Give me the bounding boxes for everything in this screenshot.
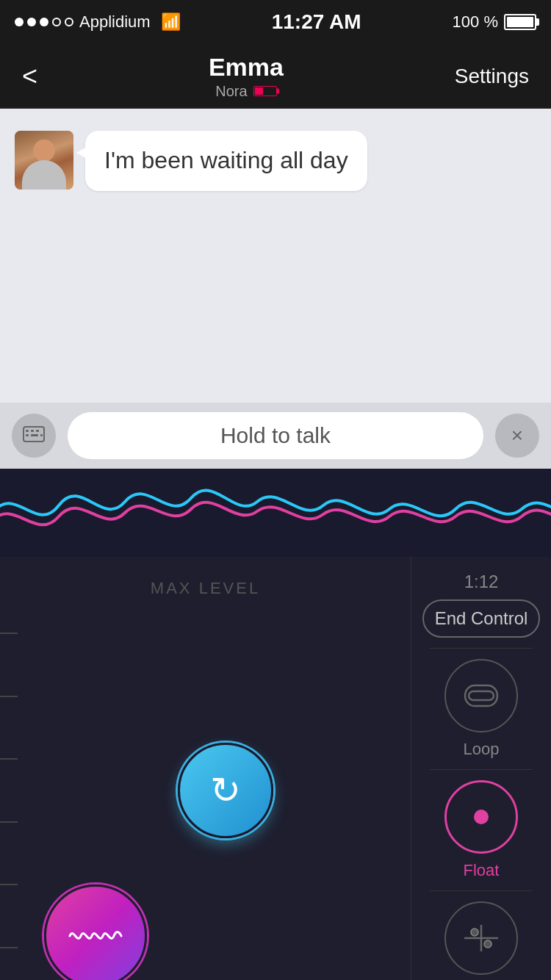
signal-dot-2 bbox=[27, 18, 36, 26]
loop-circle bbox=[444, 659, 518, 732]
svg-rect-1 bbox=[26, 430, 29, 432]
svg-rect-4 bbox=[26, 434, 29, 436]
float-dot bbox=[474, 810, 489, 824]
back-button[interactable]: < bbox=[15, 54, 45, 99]
signal-dot-3 bbox=[40, 18, 48, 26]
level-line-3 bbox=[0, 758, 18, 760]
refresh-button[interactable]: ↻ bbox=[178, 743, 273, 838]
signal-dot-4 bbox=[52, 18, 61, 26]
float-button[interactable]: Float bbox=[444, 780, 518, 880]
contact-battery bbox=[253, 86, 277, 96]
level-line-1 bbox=[0, 633, 18, 634]
status-left: Applidium 📶 bbox=[15, 12, 181, 32]
battery-fill bbox=[507, 17, 533, 27]
signal-dot-5 bbox=[65, 18, 73, 26]
wave-visualizer bbox=[0, 469, 551, 557]
traditional-circle bbox=[444, 901, 518, 975]
nav-center: Emma Nora bbox=[209, 53, 284, 100]
end-control-label: End Control bbox=[435, 608, 528, 629]
close-icon: × bbox=[511, 424, 523, 447]
svg-point-10 bbox=[484, 940, 491, 948]
nav-subtitle: Nora bbox=[209, 83, 284, 100]
svg-rect-6 bbox=[40, 434, 43, 436]
battery-icon bbox=[504, 14, 536, 30]
close-button[interactable]: × bbox=[495, 414, 539, 458]
level-line-5 bbox=[0, 884, 18, 885]
status-bar: Applidium 📶 11:27 AM 100 % bbox=[0, 0, 551, 44]
hold-to-talk-label: Hold to talk bbox=[220, 423, 331, 448]
level-line-2 bbox=[0, 696, 18, 697]
input-bar: Hold to talk × bbox=[0, 403, 551, 469]
status-right: 100 % bbox=[453, 12, 536, 32]
wifi-icon: 📶 bbox=[161, 12, 181, 32]
float-label: Float bbox=[464, 861, 500, 880]
avatar-image bbox=[15, 131, 73, 190]
message-row: I'm been waiting all day bbox=[15, 131, 536, 191]
timer: 1:12 bbox=[464, 572, 499, 592]
loop-label: Loop bbox=[464, 740, 500, 759]
max-level-label: MAX LEVEL bbox=[15, 579, 396, 598]
settings-button[interactable]: Settings bbox=[447, 57, 536, 96]
message-bubble: I'm been waiting all day bbox=[85, 131, 367, 191]
divider-1 bbox=[430, 648, 533, 649]
level-line-6 bbox=[0, 947, 18, 948]
chat-area: I'm been waiting all day bbox=[0, 109, 551, 403]
message-text: I'm been waiting all day bbox=[104, 147, 348, 173]
contact-name: Emma bbox=[209, 53, 284, 82]
contact-battery-fill bbox=[255, 87, 263, 95]
divider-3 bbox=[430, 890, 533, 891]
status-time: 11:27 AM bbox=[272, 10, 361, 34]
signal-dots bbox=[15, 18, 73, 26]
contact-status: Nora bbox=[215, 83, 247, 100]
end-control-button[interactable]: End Control bbox=[422, 599, 540, 638]
battery-percentage: 100 % bbox=[453, 12, 498, 32]
loop-icon bbox=[461, 684, 501, 707]
level-lines bbox=[0, 557, 22, 980]
nav-bar: < Emma Nora Settings bbox=[0, 44, 551, 109]
svg-rect-2 bbox=[31, 430, 34, 432]
refresh-icon: ↻ bbox=[210, 769, 241, 812]
wave-svg bbox=[0, 469, 551, 557]
float-circle bbox=[444, 780, 518, 854]
wave-button-icon bbox=[66, 921, 125, 951]
control-left: MAX LEVEL ↻ bbox=[0, 557, 411, 980]
control-panel: MAX LEVEL ↻ 1:12 End Control Lo bbox=[0, 557, 551, 980]
avatar bbox=[15, 131, 73, 190]
keyboard-button[interactable] bbox=[12, 414, 56, 458]
keyboard-icon bbox=[22, 425, 46, 446]
signal-dot-1 bbox=[15, 18, 24, 26]
carrier-name: Applidium bbox=[79, 12, 151, 32]
traditional-icon bbox=[461, 922, 501, 954]
svg-point-9 bbox=[471, 929, 478, 936]
level-line-4 bbox=[0, 821, 18, 823]
traditional-panel-button[interactable]: Traditional Panel bbox=[426, 901, 536, 980]
control-right: 1:12 End Control Loop Float bbox=[411, 557, 551, 980]
svg-rect-5 bbox=[31, 434, 38, 436]
loop-button[interactable]: Loop bbox=[444, 659, 518, 759]
hold-to-talk-button[interactable]: Hold to talk bbox=[68, 412, 483, 459]
svg-rect-3 bbox=[36, 430, 39, 432]
divider-2 bbox=[430, 769, 533, 770]
wave-button[interactable] bbox=[44, 884, 147, 980]
